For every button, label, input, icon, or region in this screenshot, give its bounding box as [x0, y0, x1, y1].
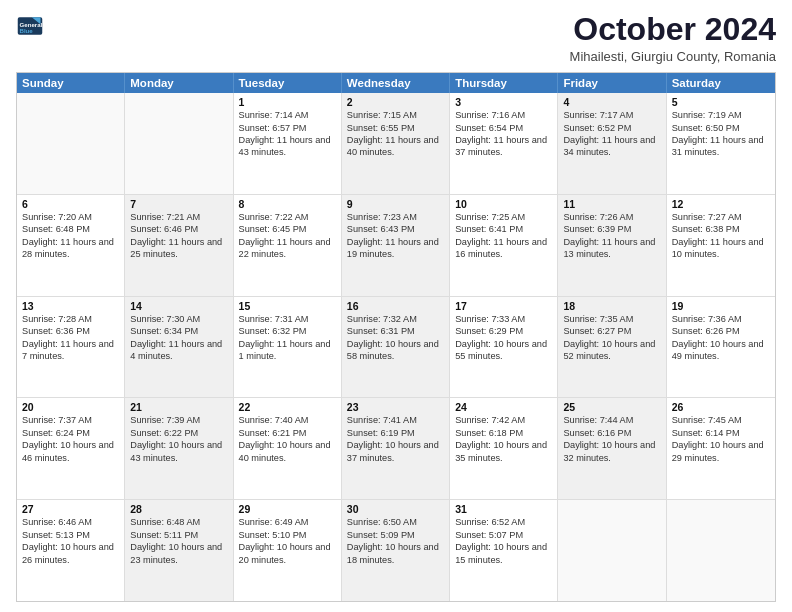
daylight-text: Daylight: 10 hours and 23 minutes.	[130, 541, 227, 566]
sunset-text: Sunset: 6:45 PM	[239, 223, 336, 235]
calendar-cell: 31Sunrise: 6:52 AMSunset: 5:07 PMDayligh…	[450, 500, 558, 601]
calendar-cell: 5Sunrise: 7:19 AMSunset: 6:50 PMDaylight…	[667, 93, 775, 194]
daylight-text: Daylight: 11 hours and 1 minute.	[239, 338, 336, 363]
day-number: 31	[455, 503, 552, 515]
calendar-cell: 27Sunrise: 6:46 AMSunset: 5:13 PMDayligh…	[17, 500, 125, 601]
day-number: 15	[239, 300, 336, 312]
sunrise-text: Sunrise: 7:22 AM	[239, 211, 336, 223]
logo-icon: General Blue	[16, 12, 44, 40]
daylight-text: Daylight: 10 hours and 26 minutes.	[22, 541, 119, 566]
sunrise-text: Sunrise: 6:50 AM	[347, 516, 444, 528]
sunset-text: Sunset: 6:54 PM	[455, 122, 552, 134]
calendar-cell: 30Sunrise: 6:50 AMSunset: 5:09 PMDayligh…	[342, 500, 450, 601]
sunset-text: Sunset: 6:55 PM	[347, 122, 444, 134]
day-number: 3	[455, 96, 552, 108]
day-number: 1	[239, 96, 336, 108]
calendar-week-4: 20Sunrise: 7:37 AMSunset: 6:24 PMDayligh…	[17, 398, 775, 500]
sunrise-text: Sunrise: 7:30 AM	[130, 313, 227, 325]
sunset-text: Sunset: 6:38 PM	[672, 223, 770, 235]
calendar-cell: 21Sunrise: 7:39 AMSunset: 6:22 PMDayligh…	[125, 398, 233, 499]
sunrise-text: Sunrise: 7:21 AM	[130, 211, 227, 223]
sunrise-text: Sunrise: 7:45 AM	[672, 414, 770, 426]
daylight-text: Daylight: 11 hours and 40 minutes.	[347, 134, 444, 159]
daylight-text: Daylight: 10 hours and 15 minutes.	[455, 541, 552, 566]
calendar: Sunday Monday Tuesday Wednesday Thursday…	[16, 72, 776, 602]
day-number: 10	[455, 198, 552, 210]
daylight-text: Daylight: 11 hours and 22 minutes.	[239, 236, 336, 261]
sunset-text: Sunset: 6:31 PM	[347, 325, 444, 337]
day-number: 22	[239, 401, 336, 413]
day-number: 25	[563, 401, 660, 413]
sunrise-text: Sunrise: 7:15 AM	[347, 109, 444, 121]
daylight-text: Daylight: 10 hours and 49 minutes.	[672, 338, 770, 363]
sunrise-text: Sunrise: 7:39 AM	[130, 414, 227, 426]
main-title: October 2024	[570, 12, 776, 47]
sunset-text: Sunset: 6:46 PM	[130, 223, 227, 235]
daylight-text: Daylight: 11 hours and 34 minutes.	[563, 134, 660, 159]
daylight-text: Daylight: 11 hours and 16 minutes.	[455, 236, 552, 261]
sunset-text: Sunset: 5:11 PM	[130, 529, 227, 541]
daylight-text: Daylight: 11 hours and 19 minutes.	[347, 236, 444, 261]
sunset-text: Sunset: 6:14 PM	[672, 427, 770, 439]
sunrise-text: Sunrise: 7:17 AM	[563, 109, 660, 121]
daylight-text: Daylight: 10 hours and 52 minutes.	[563, 338, 660, 363]
daylight-text: Daylight: 11 hours and 43 minutes.	[239, 134, 336, 159]
sunset-text: Sunset: 6:50 PM	[672, 122, 770, 134]
sunrise-text: Sunrise: 7:26 AM	[563, 211, 660, 223]
day-number: 13	[22, 300, 119, 312]
sunset-text: Sunset: 6:43 PM	[347, 223, 444, 235]
day-number: 26	[672, 401, 770, 413]
day-number: 20	[22, 401, 119, 413]
calendar-cell: 25Sunrise: 7:44 AMSunset: 6:16 PMDayligh…	[558, 398, 666, 499]
daylight-text: Daylight: 11 hours and 7 minutes.	[22, 338, 119, 363]
sunrise-text: Sunrise: 7:41 AM	[347, 414, 444, 426]
daylight-text: Daylight: 10 hours and 55 minutes.	[455, 338, 552, 363]
daylight-text: Daylight: 11 hours and 25 minutes.	[130, 236, 227, 261]
daylight-text: Daylight: 11 hours and 4 minutes.	[130, 338, 227, 363]
daylight-text: Daylight: 10 hours and 20 minutes.	[239, 541, 336, 566]
day-number: 7	[130, 198, 227, 210]
sunset-text: Sunset: 6:52 PM	[563, 122, 660, 134]
daylight-text: Daylight: 11 hours and 28 minutes.	[22, 236, 119, 261]
calendar-header: Sunday Monday Tuesday Wednesday Thursday…	[17, 73, 775, 93]
day-number: 11	[563, 198, 660, 210]
subtitle: Mihailesti, Giurgiu County, Romania	[570, 49, 776, 64]
calendar-week-1: 1Sunrise: 7:14 AMSunset: 6:57 PMDaylight…	[17, 93, 775, 195]
calendar-cell: 29Sunrise: 6:49 AMSunset: 5:10 PMDayligh…	[234, 500, 342, 601]
sunrise-text: Sunrise: 7:44 AM	[563, 414, 660, 426]
day-number: 29	[239, 503, 336, 515]
day-number: 16	[347, 300, 444, 312]
calendar-week-3: 13Sunrise: 7:28 AMSunset: 6:36 PMDayligh…	[17, 297, 775, 399]
sunset-text: Sunset: 6:26 PM	[672, 325, 770, 337]
calendar-cell: 22Sunrise: 7:40 AMSunset: 6:21 PMDayligh…	[234, 398, 342, 499]
calendar-cell: 15Sunrise: 7:31 AMSunset: 6:32 PMDayligh…	[234, 297, 342, 398]
daylight-text: Daylight: 10 hours and 35 minutes.	[455, 439, 552, 464]
day-number: 28	[130, 503, 227, 515]
calendar-cell: 18Sunrise: 7:35 AMSunset: 6:27 PMDayligh…	[558, 297, 666, 398]
daylight-text: Daylight: 10 hours and 29 minutes.	[672, 439, 770, 464]
calendar-cell: 20Sunrise: 7:37 AMSunset: 6:24 PMDayligh…	[17, 398, 125, 499]
daylight-text: Daylight: 10 hours and 46 minutes.	[22, 439, 119, 464]
sunrise-text: Sunrise: 6:46 AM	[22, 516, 119, 528]
sunset-text: Sunset: 6:48 PM	[22, 223, 119, 235]
sunset-text: Sunset: 5:13 PM	[22, 529, 119, 541]
sunrise-text: Sunrise: 7:35 AM	[563, 313, 660, 325]
sunrise-text: Sunrise: 7:27 AM	[672, 211, 770, 223]
sunset-text: Sunset: 5:10 PM	[239, 529, 336, 541]
calendar-week-2: 6Sunrise: 7:20 AMSunset: 6:48 PMDaylight…	[17, 195, 775, 297]
calendar-cell: 23Sunrise: 7:41 AMSunset: 6:19 PMDayligh…	[342, 398, 450, 499]
calendar-cell: 17Sunrise: 7:33 AMSunset: 6:29 PMDayligh…	[450, 297, 558, 398]
calendar-cell: 26Sunrise: 7:45 AMSunset: 6:14 PMDayligh…	[667, 398, 775, 499]
sunset-text: Sunset: 6:36 PM	[22, 325, 119, 337]
calendar-cell	[125, 93, 233, 194]
header-monday: Monday	[125, 73, 233, 93]
daylight-text: Daylight: 10 hours and 18 minutes.	[347, 541, 444, 566]
sunset-text: Sunset: 6:32 PM	[239, 325, 336, 337]
sunrise-text: Sunrise: 7:32 AM	[347, 313, 444, 325]
calendar-cell	[17, 93, 125, 194]
sunset-text: Sunset: 6:29 PM	[455, 325, 552, 337]
sunset-text: Sunset: 6:22 PM	[130, 427, 227, 439]
sunset-text: Sunset: 6:19 PM	[347, 427, 444, 439]
calendar-cell: 19Sunrise: 7:36 AMSunset: 6:26 PMDayligh…	[667, 297, 775, 398]
header-wednesday: Wednesday	[342, 73, 450, 93]
